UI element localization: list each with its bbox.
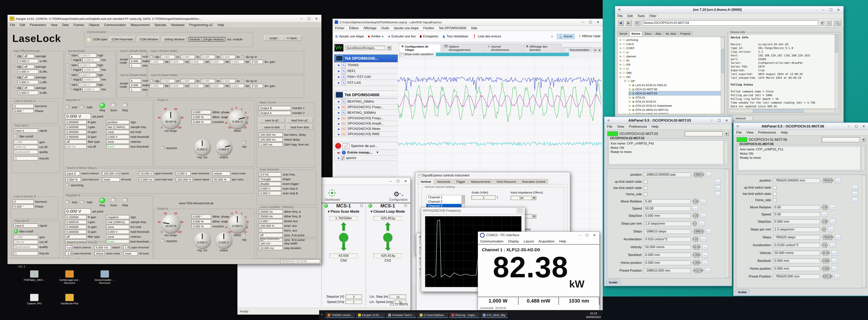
clip-led[interactable]: [242, 234, 246, 238]
home-side-checkbox[interactable]: [644, 193, 647, 196]
status-scrollbar[interactable]: [861, 146, 865, 170]
value-box[interactable]: 250 Hz: [14, 240, 38, 244]
out-range-knob[interactable]: 20.00 %out range020406080100: [162, 215, 180, 233]
value-box[interactable]: 0.000: [210, 84, 224, 88]
close-icon[interactable]: ✕: [836, 8, 841, 12]
value-box[interactable]: 0.000 V: [65, 114, 91, 119]
expand-icon[interactable]: ⊳: [629, 100, 632, 103]
spinner-down-icons[interactable]: ▼▼▼▼: [692, 264, 701, 266]
value-box[interactable]: 0.000: [161, 79, 175, 83]
step-group-header[interactable]: Tek DPO/MSO4000: [334, 91, 398, 99]
value-box[interactable]: 1: [14, 251, 38, 255]
value-box[interactable]: 0.000: [129, 83, 141, 87]
afficher-aide-button[interactable]: ?Afficher l'aide: [579, 34, 600, 39]
com13-menu-communication[interactable]: Communication: [480, 239, 503, 244]
value-box[interactable]: 0.000 V: [18, 80, 38, 84]
step-item[interactable]: ▶DBLDPO4104(CH3) Frequ...: [334, 116, 398, 121]
value-box[interactable]: 0: [13, 104, 34, 108]
atk-menu-preferences[interactable]: Preferences: [629, 125, 647, 129]
spinner-down-icons[interactable]: ▼▼▼▼▼▼: [692, 233, 704, 235]
value-spinner[interactable]: ▲▲▲▲50.00▼▼▼▼: [692, 244, 701, 250]
output-knob[interactable]: 0.000 Voutput: [216, 232, 231, 248]
jive-device-node[interactable]: ⊳ ◉ OTA.01-MOG.01-MOT.01: [629, 108, 724, 112]
value-box[interactable]: Butterworth: [14, 245, 38, 249]
spinner-down-icons[interactable]: ▼▼▼▼: [822, 270, 830, 272]
value-box[interactable]: 0.000 V: [79, 73, 96, 77]
attributes-scrollbar[interactable]: [725, 169, 729, 278]
minimize-icon[interactable]: –: [388, 179, 394, 183]
step-item[interactable]: ▶DBLDPO4104(CH3) RMS: [334, 132, 398, 137]
jog-up-button[interactable]: ⬆: [322, 222, 366, 232]
mcs-status-led[interactable]: [368, 204, 372, 208]
value-box[interactable]: 0 mV: [106, 145, 129, 149]
mail-icon[interactable]: ⊡: [404, 203, 407, 208]
menu-item-frames[interactable]: Frames: [73, 23, 84, 27]
se-menu--dition[interactable]: Édition: [349, 26, 359, 30]
taskbar-clock[interactable]: 16:16 06/09/2024: [586, 311, 601, 319]
value-box[interactable]: 0.000 V: [83, 68, 100, 72]
value-box[interactable]: 1.000: [14, 235, 38, 239]
clip-led[interactable]: [242, 140, 246, 145]
desktop-icon[interactable]: CprManager.exe - Raccourci: [55, 270, 84, 284]
attribute-options-button[interactable]: …: [832, 251, 837, 256]
taskbar-item[interactable]: THOMX commi...: [326, 313, 354, 318]
value-box[interactable]: fast (2.5MHz): [106, 125, 129, 129]
jive-device-node[interactable]: ⊳ ◉ OTA.01-ECB.01-Dataviewer: [629, 104, 724, 108]
step-item[interactable]: ▶∿PDH / PZT-CAV: [334, 74, 398, 80]
expand-icon[interactable]: ⊳: [619, 67, 623, 70]
value-box[interactable]: 0.000 %: [191, 115, 211, 119]
mode-led-reg[interactable]: [99, 103, 105, 108]
expand-icon[interactable]: ⊳: [619, 71, 623, 74]
ctrl-tab-vertical[interactable]: Vertical: [418, 179, 434, 184]
spinner-down-icons[interactable]: ▼▼▼▼▼▼: [822, 182, 833, 184]
value-box[interactable]: 0.000000: [65, 130, 87, 134]
step-item[interactable]: ▶∿REFL: [334, 68, 398, 74]
close-icon[interactable]: ✕: [724, 119, 730, 123]
value-box[interactable]: off: [23, 86, 34, 90]
scope-button[interactable]: scope: [264, 35, 283, 41]
expand-icon[interactable]: ⊳: [619, 59, 623, 62]
back-icon[interactable]: ◀: [617, 20, 624, 26]
triggd-led[interactable]: [69, 58, 72, 61]
clip-led[interactable]: [12, 65, 16, 68]
spinner-down-icons[interactable]: ▼▼▼▼: [692, 256, 701, 258]
se-menu-fichier[interactable]: Fichier: [335, 26, 344, 30]
desktop-icon[interactable]: Capture.JPG: [20, 294, 49, 305]
clip-led[interactable]: [12, 75, 16, 79]
ajouter-une-tape-button[interactable]: ⊕Ajouter une étape: [335, 34, 364, 39]
value-box[interactable]: 0.000 °: [191, 215, 211, 219]
step-item[interactable]: ▶∿PZT-LAS: [334, 80, 398, 86]
close-icon[interactable]: ✕: [403, 179, 408, 183]
maximize-icon[interactable]: ☐: [584, 233, 590, 237]
value-box[interactable]: 0.000 %: [191, 120, 211, 124]
show-entire-waveform-checkbox[interactable]: ✓: [400, 53, 404, 56]
atk-titlebar[interactable]: ☕AtkPanel 5.5 : OC/OP/OCH.02-MOT.03↑☐✕: [604, 117, 732, 124]
value-box[interactable]: 10.000 ms: [259, 246, 283, 250]
spinner-down-icons[interactable]: ▼▼▼: [822, 247, 828, 248]
combobox-dropdown-icon[interactable]: ▾: [724, 131, 729, 136]
menu-item-hardware[interactable]: Hardware: [171, 23, 184, 27]
jive-tree-node[interactable]: ⊳ 🗀 cr: [619, 50, 724, 54]
jive-tab-server[interactable]: Server: [618, 31, 629, 36]
value-box[interactable]: 1000 Hz: [14, 145, 38, 149]
value-box[interactable]: 0.000 V: [18, 69, 38, 74]
value-box[interactable]: 50.000 %: [213, 178, 230, 182]
debug-window-button[interactable]: Debug Window: [162, 37, 187, 42]
value-box[interactable]: 3.0 Hz: [259, 172, 281, 177]
impedance-select[interactable]: 1M: [510, 196, 532, 200]
div-by-zero-led[interactable]: [241, 79, 245, 83]
se-menu-ajouter-une-tape[interactable]: Ajouter une étape: [394, 26, 418, 30]
restore-icon[interactable]: ↑: [709, 119, 715, 122]
value-box[interactable]: 1.000: [150, 84, 164, 88]
se-tab-0[interactable]: ⚙Configuration de l'étape: [399, 44, 441, 52]
lock-led[interactable]: [65, 200, 70, 205]
channel-option-2[interactable]: Channel 2: [427, 199, 462, 204]
value-box[interactable]: 5.000 V/s: [94, 245, 111, 250]
ctrl-tab-horizontal[interactable]: Horizontal: [434, 179, 453, 184]
search-icon[interactable]: 🔍: [833, 20, 841, 26]
spinner-down-icons[interactable]: ▼▼▼▼: [692, 249, 701, 250]
minimize-icon[interactable]: –: [299, 17, 305, 21]
value-box[interactable]: input a: [14, 128, 38, 133]
value-box[interactable]: 25000 Hz: [259, 210, 283, 214]
attribute-options-button[interactable]: …: [835, 178, 841, 183]
